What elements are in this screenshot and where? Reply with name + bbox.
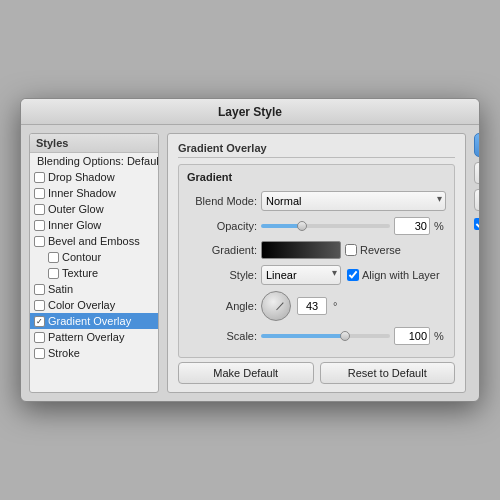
section-title: Gradient Overlay [178, 142, 455, 158]
reset-default-button[interactable]: Reset to Default [320, 362, 456, 384]
styles-panel: Styles Blending Options: DefaultDrop Sha… [29, 133, 159, 393]
blend-mode-select[interactable]: NormalDissolveMultiplyScreenOverlay [261, 191, 446, 211]
style-checkbox-stroke[interactable] [34, 348, 45, 359]
style-label-satin: Satin [48, 283, 73, 295]
style-checkbox-inner-shadow[interactable] [34, 188, 45, 199]
style-item-outer-glow[interactable]: Outer Glow [30, 201, 158, 217]
gradient-subsection-title: Gradient [187, 171, 446, 183]
style-item-inner-glow[interactable]: Inner Glow [30, 217, 158, 233]
style-checkbox-contour[interactable] [48, 252, 59, 263]
style-item-color-overlay[interactable]: Color Overlay [30, 297, 158, 313]
style-label-inner-glow: Inner Glow [48, 219, 101, 231]
style-item-gradient-overlay[interactable]: ✓Gradient Overlay [30, 313, 158, 329]
style-label-pattern-overlay: Pattern Overlay [48, 331, 124, 343]
make-default-button[interactable]: Make Default [178, 362, 314, 384]
ok-button[interactable]: OK [474, 133, 480, 157]
style-item-satin[interactable]: Satin [30, 281, 158, 297]
styles-list: Blending Options: DefaultDrop ShadowInne… [30, 153, 158, 361]
gradient-row: Gradient: Reverse [187, 241, 446, 259]
reverse-label: Reverse [345, 244, 401, 256]
style-checkbox-color-overlay[interactable] [34, 300, 45, 311]
action-buttons: Make Default Reset to Default [178, 362, 455, 384]
gradient-label: Gradient: [187, 244, 257, 256]
opacity-input[interactable] [394, 217, 430, 235]
style-checkbox-gradient-overlay[interactable]: ✓ [34, 316, 45, 327]
style-label-bevel-emboss: Bevel and Emboss [48, 235, 140, 247]
style-label-stroke: Stroke [48, 347, 80, 359]
preview-row: Preview [474, 218, 480, 230]
style-label-texture: Texture [62, 267, 98, 279]
style-label-blending-options: Blending Options: Default [37, 155, 159, 167]
dial-line [276, 302, 284, 310]
gradient-controls: Reverse [261, 241, 446, 259]
style-item-drop-shadow[interactable]: Drop Shadow [30, 169, 158, 185]
align-layer-checkbox[interactable] [347, 269, 359, 281]
style-label-color-overlay: Color Overlay [48, 299, 115, 311]
style-checkbox-outer-glow[interactable] [34, 204, 45, 215]
opacity-slider-row: % [261, 217, 446, 235]
scale-row: Scale: % [187, 327, 446, 345]
scale-pct: % [434, 330, 446, 342]
align-layer-label: Align with Layer [347, 269, 440, 281]
style-label-outer-glow: Outer Glow [48, 203, 104, 215]
style-label-gradient-overlay: Gradient Overlay [48, 315, 131, 327]
style-item-pattern-overlay[interactable]: Pattern Overlay [30, 329, 158, 345]
dialog-title: Layer Style [21, 99, 479, 125]
style-checkbox-pattern-overlay[interactable] [34, 332, 45, 343]
style-item-contour[interactable]: Contour [30, 249, 158, 265]
style-checkbox-satin[interactable] [34, 284, 45, 295]
opacity-pct: % [434, 220, 446, 232]
style-label-drop-shadow: Drop Shadow [48, 171, 115, 183]
style-label-inner-shadow: Inner Shadow [48, 187, 116, 199]
style-checkbox-drop-shadow[interactable] [34, 172, 45, 183]
style-checkbox-inner-glow[interactable] [34, 220, 45, 231]
reverse-checkbox[interactable] [345, 244, 357, 256]
blend-mode-row: Blend Mode: NormalDissolveMultiplyScreen… [187, 191, 446, 211]
style-item-blending-options[interactable]: Blending Options: Default [30, 153, 158, 169]
opacity-label: Opacity: [187, 220, 257, 232]
style-checkbox-bevel-emboss[interactable] [34, 236, 45, 247]
style-item-bevel-emboss[interactable]: Bevel and Emboss [30, 233, 158, 249]
style-select[interactable]: LinearRadialAngleReflectedDiamond [261, 265, 341, 285]
angle-label: Angle: [187, 300, 257, 312]
style-item-inner-shadow[interactable]: Inner Shadow [30, 185, 158, 201]
scale-slider[interactable] [261, 334, 390, 338]
angle-symbol: ° [333, 300, 337, 312]
style-item-stroke[interactable]: Stroke [30, 345, 158, 361]
scale-input[interactable] [394, 327, 430, 345]
style-label: Style: [187, 269, 257, 281]
layer-style-dialog: Layer Style Styles Blending Options: Def… [20, 98, 480, 402]
angle-row: Angle: ° [187, 291, 446, 321]
blend-mode-label: Blend Mode: [187, 195, 257, 207]
scale-slider-row: % [261, 327, 446, 345]
style-select-wrap: LinearRadialAngleReflectedDiamond [261, 265, 341, 285]
style-row: Style: LinearRadialAngleReflectedDiamond… [187, 265, 446, 285]
gradient-swatch[interactable] [261, 241, 341, 259]
scale-label: Scale: [187, 330, 257, 342]
preview-checkbox[interactable] [474, 218, 480, 230]
blend-mode-select-wrap: NormalDissolveMultiplyScreenOverlay [261, 191, 446, 211]
angle-input[interactable] [297, 297, 327, 315]
cancel-button[interactable]: Cancel [474, 162, 480, 184]
angle-dial[interactable] [261, 291, 291, 321]
right-panel: OK Cancel New Style... Preview [474, 133, 480, 393]
new-style-button[interactable]: New Style... [474, 189, 480, 211]
styles-panel-header: Styles [30, 134, 158, 153]
style-checkbox-texture[interactable] [48, 268, 59, 279]
main-panel: Gradient Overlay Gradient Blend Mode: No… [167, 133, 466, 393]
opacity-slider[interactable] [261, 224, 390, 228]
opacity-row: Opacity: % [187, 217, 446, 235]
style-label-contour: Contour [62, 251, 101, 263]
gradient-overlay-section: Gradient Overlay Gradient Blend Mode: No… [167, 133, 466, 393]
style-item-texture[interactable]: Texture [30, 265, 158, 281]
